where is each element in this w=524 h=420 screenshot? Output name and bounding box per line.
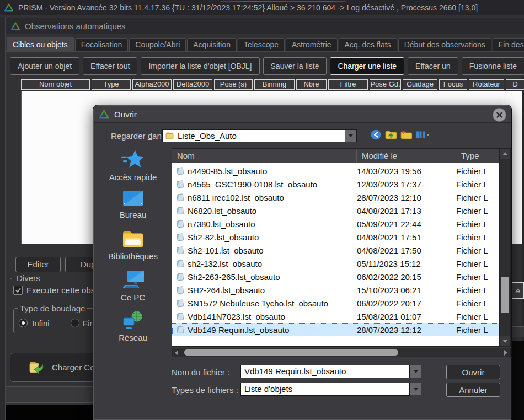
file-row[interactable]: Vdb141N7023.lst_obsauto 15/08/2021 01:07… bbox=[172, 310, 499, 323]
infini-radio[interactable] bbox=[19, 319, 28, 327]
up-one-level-icon[interactable] bbox=[385, 130, 397, 140]
look-in-dropdown-button[interactable] bbox=[345, 130, 356, 142]
object-table-column-header[interactable]: Pose (s) bbox=[214, 79, 253, 90]
file-name-dropdown-button[interactable] bbox=[410, 365, 421, 378]
file-name-input[interactable]: Vdb149 Requin.lst_obsauto bbox=[240, 365, 410, 378]
scroll-left-icon[interactable] bbox=[172, 348, 181, 357]
sidebar-item-reseau[interactable]: Réseau bbox=[119, 310, 147, 349]
editer-button[interactable]: Editer bbox=[15, 257, 61, 272]
tab[interactable]: Focalisation bbox=[75, 38, 129, 51]
load-config-folder-icon bbox=[27, 359, 45, 376]
fini-radio[interactable] bbox=[71, 319, 79, 327]
file-icon bbox=[175, 219, 184, 228]
file-modified-date: 15/08/2021 01:07 bbox=[357, 312, 456, 321]
sidebar-item-bureau[interactable]: Bureau bbox=[120, 190, 146, 229]
file-row[interactable]: n4490-85.lst_obsauto 14/03/2023 19:56 Fi… bbox=[172, 164, 499, 177]
file-row[interactable]: Sh2-263-265.lst_obsauto 06/02/2022 20:15… bbox=[172, 270, 499, 283]
tab[interactable]: Cibles ou objets bbox=[7, 37, 74, 51]
file-row[interactable]: SN1572 Nebuleuse Tycho.lst_obsauto 06/02… bbox=[172, 297, 499, 310]
tab[interactable]: Début des observations bbox=[398, 38, 491, 51]
view-menu-icon[interactable] bbox=[416, 131, 430, 139]
new-folder-icon[interactable] bbox=[400, 130, 412, 140]
file-rows: n4490-85.lst_obsauto 14/03/2023 19:56 Fi… bbox=[172, 163, 499, 346]
look-in-combobox[interactable]: Liste_Obs_Auto bbox=[162, 129, 357, 142]
column-header-type[interactable]: Type bbox=[456, 149, 499, 163]
executer-checkbox[interactable] bbox=[13, 286, 23, 295]
object-table-column-header[interactable]: Nom objet bbox=[21, 79, 90, 90]
partial-button-right[interactable]: e bbox=[512, 282, 524, 299]
file-row[interactable]: Sh2-101.lst_obsauto 04/08/2021 17:50 Fic… bbox=[172, 244, 499, 257]
file-type: Fichier L bbox=[456, 312, 499, 321]
file-type-dropdown-button[interactable] bbox=[410, 383, 421, 396]
horizontal-scrollbar[interactable] bbox=[172, 348, 511, 357]
object-table-column-header[interactable]: Guidage bbox=[403, 79, 437, 90]
object-table-column-header[interactable]: Pose Gd. bbox=[370, 79, 401, 90]
file-modified-date: 04/08/2021 17:51 bbox=[357, 233, 456, 242]
file-icon bbox=[175, 325, 184, 334]
scroll-up-icon[interactable] bbox=[500, 149, 510, 159]
network-icon bbox=[122, 310, 144, 330]
file-row[interactable]: N6820.lst_obsauto 04/08/2021 17:13 Fichi… bbox=[172, 204, 499, 217]
right-edge-panel bbox=[512, 326, 524, 337]
file-row[interactable]: Vdb149 Requin.lst_obsauto 28/07/2023 12:… bbox=[172, 323, 499, 336]
tab[interactable]: Fin des observations bbox=[493, 38, 524, 51]
object-table-column-header[interactable]: Focus bbox=[439, 79, 467, 90]
vertical-scrollbar-thumb[interactable] bbox=[501, 277, 509, 313]
toolbar-button[interactable]: Importer la liste d'objet [OBJL] bbox=[141, 57, 259, 75]
desktop-icon bbox=[122, 190, 144, 207]
scroll-down-icon[interactable] bbox=[500, 336, 510, 346]
back-icon[interactable] bbox=[371, 130, 381, 140]
file-icon bbox=[175, 286, 184, 294]
horizontal-scrollbar-thumb[interactable] bbox=[184, 349, 398, 356]
tab[interactable]: Coupole/Abri bbox=[129, 38, 186, 51]
object-table-column-header[interactable]: D bbox=[506, 79, 524, 90]
toolbar-button[interactable]: Effacer tout bbox=[83, 57, 137, 75]
object-table-column-header[interactable]: Nbre bbox=[296, 79, 327, 90]
close-icon[interactable] bbox=[493, 108, 506, 122]
file-name: Vdb149 Requin.lst_obsauto bbox=[188, 325, 289, 335]
object-table-column-header[interactable]: Filtre bbox=[328, 79, 368, 90]
object-table-column-header[interactable]: Delta2000 bbox=[173, 79, 212, 90]
scroll-right-icon[interactable] bbox=[501, 348, 510, 357]
sidebar-item-acces-rapide[interactable]: Accès rapide bbox=[109, 149, 157, 189]
object-table-column-header[interactable]: Alpha2000 bbox=[132, 79, 172, 90]
object-table-column-header[interactable]: Type bbox=[92, 79, 131, 90]
tab[interactable]: Telescope bbox=[238, 38, 285, 51]
file-row[interactable]: n4565_GSC1990-0108.lst_obsauto 12/03/202… bbox=[172, 177, 499, 191]
file-row[interactable]: n6811 irec102.lst_obsauto 28/07/2023 12:… bbox=[172, 191, 499, 204]
object-table-column-header[interactable]: Binning bbox=[254, 79, 295, 90]
tab[interactable]: Acquisition bbox=[187, 38, 237, 51]
file-type-input[interactable]: Liste d'objets bbox=[240, 383, 410, 396]
file-modified-date: 15/10/2023 06:21 bbox=[357, 286, 456, 295]
file-type: Fichier L bbox=[456, 325, 499, 335]
vertical-scrollbar[interactable] bbox=[499, 149, 510, 346]
look-in-label: Regarder dans : bbox=[111, 131, 170, 141]
toolbar-button[interactable]: Effacer un bbox=[408, 57, 458, 75]
dialog-nav-toolbar bbox=[371, 130, 430, 140]
file-modified-date: 04/08/2021 17:50 bbox=[357, 246, 456, 255]
file-modified-date: 04/08/2021 17:13 bbox=[357, 206, 456, 216]
column-header-nom[interactable]: Nom bbox=[172, 149, 357, 163]
file-row[interactable]: n7380.lst_obsauto 05/09/2021 22:44 Fichi… bbox=[172, 217, 499, 230]
file-icon bbox=[175, 259, 184, 268]
ouvrir-button[interactable]: Ouvrir bbox=[446, 365, 500, 379]
object-table-column-header[interactable]: Rotateur bbox=[469, 79, 504, 90]
file-row[interactable]: sh2-132.lst_obsauto 05/11/2023 15:12 Fic… bbox=[172, 257, 499, 270]
sidebar-item-ce-pc[interactable]: Ce PC bbox=[121, 270, 145, 309]
tab[interactable]: Astrométrie bbox=[286, 38, 338, 51]
sidebar-item-bibliotheques[interactable]: Bibliothèques bbox=[108, 230, 158, 269]
view-menu-caret-icon[interactable] bbox=[426, 134, 430, 136]
file-row[interactable]: SH2-264.lst_obsauto 15/10/2023 06:21 Fic… bbox=[172, 283, 499, 297]
file-icon bbox=[175, 166, 184, 175]
file-name: N6820.lst_obsauto bbox=[188, 206, 256, 216]
column-header-modifie-le[interactable]: Modifié le bbox=[357, 149, 456, 163]
toolbar-button[interactable]: Charger une liste bbox=[330, 57, 404, 75]
tab[interactable]: Acq. des flats bbox=[339, 38, 397, 51]
annuler-button[interactable]: Annuler bbox=[446, 383, 500, 397]
file-name: sh2-132.lst_obsauto bbox=[188, 259, 262, 268]
file-row[interactable]: Sh2-82.lst_obsauto 04/08/2021 17:51 Fich… bbox=[172, 230, 499, 244]
file-icon bbox=[175, 299, 184, 308]
toolbar-button[interactable]: Fusionne liste bbox=[462, 57, 524, 75]
toolbar-button[interactable]: Ajouter un objet bbox=[10, 57, 79, 75]
toolbar-button[interactable]: Sauver la liste bbox=[263, 57, 327, 75]
